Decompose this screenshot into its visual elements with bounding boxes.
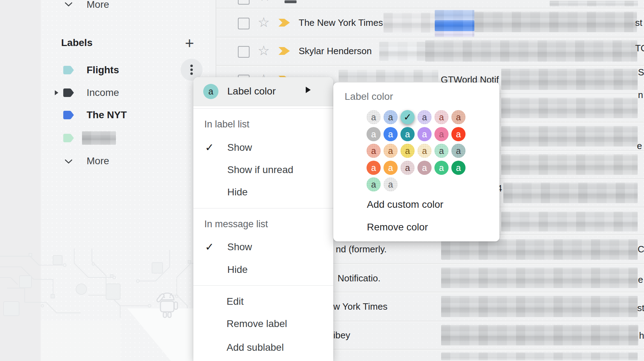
sidebar-item-label: Income — [87, 83, 119, 103]
redacted-highlight-blur — [435, 20, 474, 31]
gmail-screen: ☆☆The New York Times☆Skylar Henderson☆GT… — [0, 0, 644, 361]
color-swatch[interactable]: a — [400, 161, 415, 175]
menu-item-add-sublabel[interactable]: Add sublabel — [193, 340, 333, 355]
color-swatch[interactable]: a — [451, 127, 466, 141]
menu-item-edit[interactable]: Edit — [193, 294, 333, 309]
email-row-separator — [216, 8, 644, 9]
sidebar-item-more-top[interactable]: More — [49, 0, 201, 15]
color-swatch[interactable]: a — [451, 110, 466, 124]
edge-text-fragment: S — [638, 65, 644, 79]
sidebar-item-more-bottom[interactable]: More — [49, 151, 201, 171]
menu-section-header: In message list — [204, 217, 268, 231]
color-swatch[interactable]: a — [367, 110, 381, 124]
color-swatch[interactable]: a — [400, 144, 415, 158]
color-swatch[interactable]: a — [434, 110, 449, 124]
importance-marker-icon[interactable] — [279, 46, 290, 56]
menu-divider — [193, 285, 333, 286]
redacted-text-blur — [501, 126, 638, 147]
menu-item-hide[interactable]: Hide — [193, 185, 333, 199]
redacted-text-blur — [474, 12, 637, 32]
redacted-text-blur — [503, 183, 638, 203]
menu-item-show-if-unread[interactable]: Show if unread — [193, 163, 333, 177]
email-sender: Skylar Henderson — [299, 44, 372, 58]
menu-item-label: Show — [227, 240, 252, 254]
menu-divider — [193, 108, 333, 109]
add-custom-color-button[interactable]: Add custom color — [367, 197, 443, 212]
expand-arrow-icon[interactable] — [55, 90, 58, 95]
color-swatch[interactable]: a — [451, 161, 466, 175]
remove-color-button[interactable]: Remove color — [367, 220, 428, 234]
color-swatch[interactable]: a — [367, 127, 381, 141]
labels-header-row: Labels + — [49, 34, 201, 52]
color-panel-title: Label color — [345, 90, 393, 104]
sidebar-item-redacted[interactable] — [49, 128, 201, 148]
sidebar-item-the-nyt[interactable]: The NYT — [49, 105, 201, 125]
menu-divider — [193, 208, 333, 208]
color-swatch[interactable]: a — [384, 177, 398, 191]
sidebar-content: More Labels + FlightsIncomeThe NYT More — [0, 0, 209, 361]
label-tag-icon — [63, 65, 74, 75]
menu-item-show[interactable]: ✓Show — [193, 240, 333, 254]
redacted-text-blur — [441, 239, 638, 260]
color-swatch[interactable]: a — [417, 110, 432, 124]
sidebar-item-flights[interactable]: Flights — [49, 60, 201, 80]
redacted-label-blur — [82, 131, 116, 145]
color-swatch[interactable]: a — [434, 161, 449, 175]
redacted-text-blur — [501, 98, 638, 118]
redacted-text-blur — [379, 42, 425, 61]
redacted-text-blur — [501, 212, 638, 231]
email-checkbox[interactable] — [238, 18, 250, 29]
redacted-highlight-blur — [435, 10, 474, 20]
sidebar-item-label: The NYT — [87, 105, 127, 125]
email-sender: The New York Times — [299, 16, 383, 30]
color-swatch[interactable]: a — [367, 144, 381, 158]
color-swatch[interactable]: a — [367, 177, 381, 191]
color-swatch[interactable]: a — [384, 127, 398, 141]
menu-item-label: Hide — [227, 263, 248, 277]
redacted-highlight-blur — [435, 31, 474, 37]
color-swatch[interactable]: a — [400, 127, 415, 141]
color-swatch[interactable]: a — [384, 144, 398, 158]
importance-marker-icon[interactable] — [279, 18, 290, 27]
menu-item-hide[interactable]: Hide — [193, 263, 333, 277]
email-checkbox[interactable] — [238, 46, 250, 58]
color-swatch[interactable]: a — [434, 144, 449, 158]
labels-header: Labels — [61, 34, 93, 52]
check-icon: ✓ — [205, 240, 214, 254]
menu-item-label: Show if unread — [227, 163, 293, 177]
email-sender-partial: w York Times — [333, 299, 387, 314]
label-tag-icon — [63, 133, 74, 143]
edge-text-fragment: e — [638, 273, 643, 287]
color-swatch[interactable]: a — [384, 161, 398, 175]
color-swatch[interactable]: a — [384, 110, 398, 124]
redacted-text-blur — [441, 268, 638, 288]
label-color-swatch-icon: a — [203, 84, 218, 99]
menu-item-label: Remove label — [227, 317, 287, 331]
create-label-button[interactable]: + — [181, 35, 198, 52]
redacted-text-blur — [339, 70, 438, 82]
redacted-text-blur — [441, 296, 638, 317]
edge-text-fragment: st — [637, 301, 644, 315]
plus-icon: + — [185, 34, 194, 52]
color-swatch[interactable]: a — [417, 127, 432, 141]
sidebar-item-income[interactable]: Income — [49, 83, 201, 103]
email-sender-partial: ibey — [333, 328, 350, 342]
color-swatch[interactable]: a — [417, 161, 432, 175]
edge-text-fragment: n — [638, 88, 643, 102]
menu-item-show[interactable]: ✓Show — [193, 141, 333, 155]
star-icon[interactable]: ☆ — [257, 14, 270, 30]
star-icon[interactable]: ☆ — [257, 42, 270, 59]
menu-item-label: Show — [227, 141, 252, 155]
email-sender-partial: nd (formerly. — [336, 242, 387, 256]
email-sender-partial: Notificatio. — [338, 271, 380, 285]
color-swatch[interactable]: a — [417, 144, 432, 158]
edge-text-fragment: C — [638, 242, 644, 256]
color-swatch-selected[interactable]: ✓ — [400, 110, 415, 124]
menu-item-remove-label[interactable]: Remove label — [193, 317, 333, 331]
menu-item-label-color[interactable]: a Label color — [193, 77, 333, 106]
color-swatch[interactable]: a — [367, 161, 381, 175]
menu-item-label: Add sublabel — [227, 340, 284, 355]
sidebar-item-label: More — [87, 0, 109, 15]
color-swatch[interactable]: a — [434, 127, 449, 141]
color-swatch[interactable]: a — [451, 144, 466, 158]
